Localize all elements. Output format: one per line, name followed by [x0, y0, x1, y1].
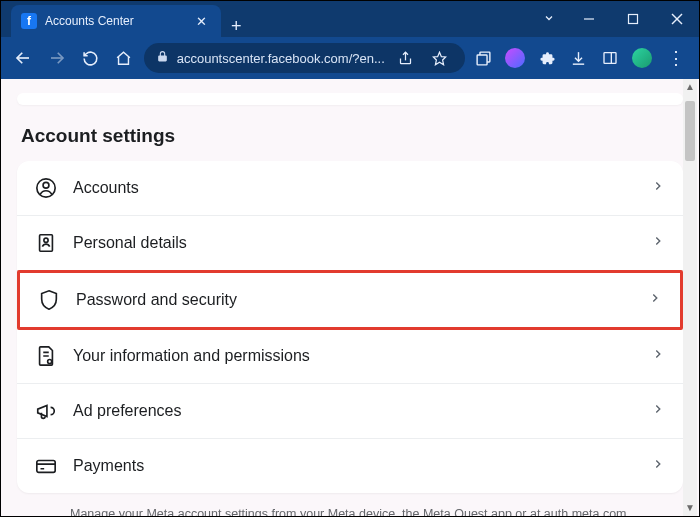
tab-search-dropdown-icon[interactable]	[531, 10, 567, 28]
extensions-puzzle-icon[interactable]	[534, 45, 560, 71]
footer-help-text: Manage your Meta account settings from y…	[17, 507, 683, 516]
row-personal-details[interactable]: Personal details	[17, 216, 683, 271]
row-label: Accounts	[73, 179, 635, 197]
chevron-right-icon	[651, 234, 665, 252]
browser-menu-icon[interactable]: ⋮	[661, 47, 691, 69]
previous-card-edge	[17, 93, 683, 105]
section-title: Account settings	[21, 125, 679, 147]
maximize-window-button[interactable]	[611, 1, 655, 37]
side-panel-icon[interactable]	[598, 45, 624, 71]
chevron-right-icon	[648, 291, 662, 309]
tab-strip: f Accounts Center ✕ +	[11, 1, 252, 37]
row-label: Ad preferences	[73, 402, 635, 420]
lock-icon	[156, 50, 169, 66]
profile-avatar-icon[interactable]	[629, 45, 655, 71]
megaphone-icon	[35, 400, 57, 422]
window-titlebar: f Accounts Center ✕ +	[1, 1, 699, 37]
extension-1-icon[interactable]	[503, 45, 529, 71]
back-button[interactable]	[9, 44, 37, 72]
row-label: Payments	[73, 457, 635, 475]
svg-point-13	[43, 182, 49, 188]
row-label: Personal details	[73, 234, 635, 252]
scrollbar-thumb[interactable]	[685, 101, 695, 161]
minimize-window-button[interactable]	[567, 1, 611, 37]
settings-card: Accounts Personal details Password and	[17, 161, 683, 493]
row-ad-preferences[interactable]: Ad preferences	[17, 384, 683, 439]
document-settings-icon	[35, 345, 57, 367]
svg-rect-19	[37, 461, 55, 473]
downloads-icon[interactable]	[566, 45, 592, 71]
row-label: Password and security	[76, 291, 632, 309]
chevron-right-icon	[651, 179, 665, 197]
address-bar[interactable]: accountscenter.facebook.com/?en...	[144, 43, 465, 73]
home-button[interactable]	[110, 44, 138, 72]
facebook-favicon: f	[21, 13, 37, 29]
scroll-down-arrow-icon[interactable]: ▼	[683, 500, 697, 516]
row-label: Your information and permissions	[73, 347, 635, 365]
chevron-right-icon	[651, 457, 665, 475]
browser-toolbar: accountscenter.facebook.com/?en... ⋮	[1, 37, 699, 79]
svg-rect-8	[477, 54, 487, 64]
svg-rect-10	[604, 53, 616, 64]
vertical-scrollbar[interactable]: ▲ ▼	[683, 79, 697, 516]
id-card-icon	[35, 232, 57, 254]
bookmark-star-icon[interactable]	[427, 45, 453, 71]
row-payments[interactable]: Payments	[17, 439, 683, 493]
svg-marker-7	[434, 52, 447, 65]
row-password-security[interactable]: Password and security	[17, 270, 683, 330]
person-circle-icon	[35, 177, 57, 199]
chevron-right-icon	[651, 402, 665, 420]
new-tab-button[interactable]: +	[221, 16, 252, 37]
tab-title: Accounts Center	[45, 14, 184, 28]
credit-card-icon	[35, 455, 57, 477]
svg-point-18	[48, 359, 52, 363]
row-information-permissions[interactable]: Your information and permissions	[17, 329, 683, 384]
page-viewport: Account settings Accounts Personal detai…	[1, 79, 699, 516]
tabs-overview-icon[interactable]	[471, 45, 497, 71]
forward-button[interactable]	[43, 44, 71, 72]
shield-icon	[38, 289, 60, 311]
url-text: accountscenter.facebook.com/?en...	[177, 51, 385, 66]
svg-point-15	[44, 238, 48, 242]
close-window-button[interactable]	[655, 1, 699, 37]
scroll-up-arrow-icon[interactable]: ▲	[683, 79, 697, 95]
svg-rect-1	[629, 15, 638, 24]
reload-button[interactable]	[76, 44, 104, 72]
window-controls	[567, 1, 699, 37]
share-icon[interactable]	[393, 45, 419, 71]
close-tab-icon[interactable]: ✕	[192, 14, 211, 29]
row-accounts[interactable]: Accounts	[17, 161, 683, 216]
browser-tab[interactable]: f Accounts Center ✕	[11, 5, 221, 37]
chevron-right-icon	[651, 347, 665, 365]
